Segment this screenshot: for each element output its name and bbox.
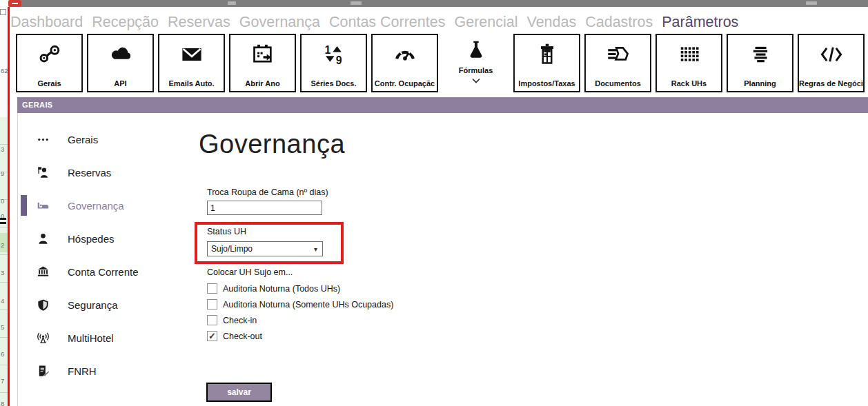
ribbon-button-emails-auto[interactable]: Emails Auto. xyxy=(158,34,225,92)
ribbon-button-label: Regras de Negócio xyxy=(799,79,863,88)
menu-item-cadastros[interactable]: Cadastros xyxy=(585,14,653,31)
ribbon-button-documentos[interactable]: Documentos xyxy=(584,34,651,92)
checkbox-label: Auditoria Noturna (Todos UHs) xyxy=(223,284,340,294)
checkbox-box-checked[interactable]: ✓ xyxy=(207,331,217,341)
ribbon-button-planning[interactable]: Planning xyxy=(727,34,793,92)
panel-divider xyxy=(17,113,18,406)
main-menu: Dashboard Recepção Reservas Governança C… xyxy=(10,14,738,31)
checkbox-box[interactable] xyxy=(207,315,217,325)
section-header-bar: GERAIS xyxy=(17,97,868,113)
spreadsheet-mark xyxy=(0,218,6,220)
calendar-export-icon xyxy=(251,43,275,69)
checkbox-auditoria-ocupadas[interactable]: Auditoria Noturna (Somente UHs Ocupadas) xyxy=(207,298,393,310)
checkbox-auditoria-todos[interactable]: Auditoria Noturna (Todos UHs) xyxy=(207,283,340,294)
bank-icon xyxy=(36,265,50,278)
ribbon-button-label: Séries Docs. xyxy=(310,79,356,88)
sidebar-item-reservas[interactable]: Reservas xyxy=(21,156,186,189)
spreadsheet-mark xyxy=(0,222,6,224)
sidebar-item-label: Reservas xyxy=(68,167,111,179)
sidebar-item-label: FNRH xyxy=(68,365,97,377)
page-title: Governança xyxy=(199,130,345,159)
status-uh-value: Sujo/Limpo xyxy=(208,244,314,254)
svg-text:9: 9 xyxy=(335,54,342,66)
speeding-document-icon xyxy=(606,43,631,69)
ribbon-button-regras-negocio[interactable]: Regras de Negócio xyxy=(798,34,865,92)
bed-icon xyxy=(36,199,50,212)
ribbon-button-abrir-ano[interactable]: Abrir Ano xyxy=(229,34,296,92)
troca-roupa-input[interactable] xyxy=(207,201,322,215)
sidebar-item-label: MultiHotel xyxy=(68,332,114,344)
menu-item-dashboard[interactable]: Dashboard xyxy=(10,14,83,31)
sidebar-item-gerais[interactable]: Gerais xyxy=(21,123,186,156)
titlebar-mark xyxy=(228,1,236,5)
menu-item-parametros[interactable]: Parâmetros xyxy=(662,14,738,31)
building-icon xyxy=(535,43,559,69)
menu-item-contas-correntes[interactable]: Contas Correntes xyxy=(329,14,446,31)
ribbon-button-label: Emails Auto. xyxy=(168,79,214,88)
ribbon-button-label: Planning xyxy=(744,79,776,88)
gauge-icon xyxy=(393,43,417,69)
check-icon: ✓ xyxy=(208,332,216,341)
ribbon-button-formulas[interactable]: Fórmulas xyxy=(442,34,509,92)
ribbon-button-label: Abrir Ano xyxy=(245,79,279,88)
ribbon-button-api[interactable]: API xyxy=(87,34,154,92)
envelope-icon xyxy=(180,43,204,69)
document-pen-icon xyxy=(36,364,50,378)
screenshot-stage: 62 3 9 0 0 2 3 4 5 6 7 8 Dashboard Recep… xyxy=(0,0,868,406)
menu-item-vendas[interactable]: Vendas xyxy=(526,14,576,31)
person-icon xyxy=(36,232,50,245)
chevron-down-icon: ▾ xyxy=(314,245,322,253)
shield-icon xyxy=(36,298,50,312)
sidebar-item-fnrh[interactable]: FNRH xyxy=(21,354,186,387)
code-icon xyxy=(819,43,844,69)
sidebar-item-governanca[interactable]: Governança xyxy=(21,189,186,222)
dot-grid-icon xyxy=(678,43,700,68)
checkbox-label: Check-out xyxy=(223,332,262,341)
broadcast-icon xyxy=(36,331,50,345)
ribbon-button-label: Contr. Ocupaçãc xyxy=(375,79,435,88)
sidebar-item-label: Gerais xyxy=(68,134,98,145)
ellipsis-icon xyxy=(36,132,50,146)
ribbon-button-contr-ocupacao[interactable]: Contr. Ocupaçãc xyxy=(371,34,438,92)
sidebar-item-label: Hóspedes xyxy=(68,233,115,245)
stacked-bars-icon xyxy=(749,43,771,68)
valve-connector-icon xyxy=(38,43,61,69)
sidebar-item-seguranca[interactable]: Segurança xyxy=(21,288,186,321)
checkbox-label: Check-in xyxy=(223,316,257,325)
ribbon-button-rack-uhs[interactable]: Rack UHs xyxy=(655,34,722,92)
troca-roupa-label: Troca Roupa de Cama (nº dias) xyxy=(207,187,328,197)
sidebar-item-label: Conta Corrente xyxy=(68,266,139,278)
ribbon-button-label: Documentos xyxy=(595,79,641,88)
dropdown-chevron-icon xyxy=(471,74,481,86)
active-item-indicator xyxy=(21,195,27,216)
checkbox-check-out[interactable]: ✓ Check-out xyxy=(207,330,262,342)
sidebar-item-hospedes[interactable]: Hóspedes xyxy=(21,222,186,255)
save-button[interactable]: salvar xyxy=(206,383,272,402)
red-app-icon xyxy=(8,0,21,7)
svg-text:1: 1 xyxy=(324,44,331,56)
ribbon-button-label: API xyxy=(114,79,126,88)
flask-icon xyxy=(465,39,487,63)
colocar-uh-sujo-label: Colocar UH Sujo em... xyxy=(207,267,293,277)
status-uh-label: Status UH xyxy=(207,227,246,236)
menu-item-gerencial[interactable]: Gerencial xyxy=(454,14,517,31)
menu-item-recepcao[interactable]: Recepção xyxy=(92,14,159,31)
person-flag-icon xyxy=(36,165,50,179)
menu-item-reservas[interactable]: Reservas xyxy=(168,14,230,31)
ribbon-button-gerais[interactable]: Gerais xyxy=(16,34,83,92)
ribbon-button-impostos-taxas[interactable]: Impostos/Taxas xyxy=(513,34,580,92)
checkbox-check-in[interactable]: Check-in xyxy=(207,314,257,326)
checkbox-box[interactable] xyxy=(207,299,217,309)
background-titlebar xyxy=(21,0,868,7)
ribbon-button-label: Impostos/Taxas xyxy=(518,79,575,88)
sidebar-item-multihotel[interactable]: MultiHotel xyxy=(21,321,186,354)
cloud-icon xyxy=(109,43,132,69)
ribbon-button-series-docs[interactable]: 19 Séries Docs. xyxy=(300,34,367,92)
sidebar-item-conta-corrente[interactable]: Conta Corrente xyxy=(21,255,186,288)
titlebar-mark xyxy=(806,1,817,5)
sidebar-item-label: Segurança xyxy=(68,299,118,311)
ribbon-button-label: Gerais xyxy=(37,79,61,88)
checkbox-box[interactable] xyxy=(207,283,217,294)
menu-item-governanca[interactable]: Governança xyxy=(239,14,320,31)
status-uh-select[interactable]: Sujo/Limpo ▾ xyxy=(207,241,323,256)
